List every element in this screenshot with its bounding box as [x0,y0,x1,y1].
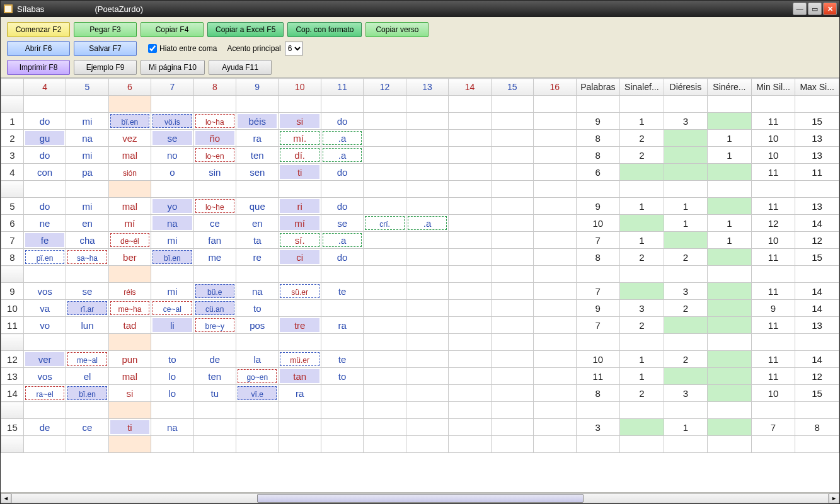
syllable-cell[interactable] [321,402,363,419]
col-header-12[interactable]: 12 [364,79,406,96]
stat-cell[interactable]: 1 [620,198,664,215]
syllable-cell[interactable]: de~él [108,232,151,249]
syllable-cell[interactable]: tan [279,368,321,385]
syllable-cell[interactable]: mi [66,147,108,164]
syllable-cell[interactable] [491,419,533,436]
close-button[interactable]: ✕ [823,3,837,15]
hiato-checkbox[interactable] [148,44,157,53]
syllable-cell[interactable]: bü.e [193,283,236,300]
syllable-cell[interactable] [364,164,406,181]
syllable-cell[interactable]: mal [108,198,151,215]
syllable-cell[interactable]: mi [151,283,193,300]
stat-cell[interactable] [751,436,795,453]
syllable-cell[interactable]: lo~en [193,147,236,164]
syllable-cell[interactable]: ti [279,164,321,181]
syllable-cell[interactable] [491,385,533,402]
stat-cell[interactable] [751,181,795,198]
stat-cell[interactable] [708,181,752,198]
comenzar-button[interactable]: Comenzar F2 [7,22,70,37]
syllable-cell[interactable] [23,334,66,351]
stat-cell[interactable]: 11 [751,249,795,266]
stat-cell[interactable]: 11 [751,351,795,368]
syllable-cell[interactable] [193,436,236,453]
syllable-cell[interactable] [406,436,448,453]
syllable-cell[interactable] [364,198,406,215]
syllable-cell[interactable]: ten [193,368,236,385]
syllable-cell[interactable] [449,300,491,317]
syllable-cell[interactable] [406,334,448,351]
stat-cell[interactable] [795,181,839,198]
row-header[interactable]: 5 [1,198,24,215]
syllable-cell[interactable]: re [236,249,279,266]
syllable-cell[interactable] [449,147,491,164]
syllable-cell[interactable] [406,351,448,368]
syllable-cell[interactable] [449,96,491,113]
syllable-cell[interactable]: mí [108,215,151,232]
stat-cell[interactable]: 8 [576,130,620,147]
stat-cell[interactable] [620,96,664,113]
syllable-cell[interactable] [534,232,576,249]
syllable-cell[interactable] [364,436,406,453]
stat-cell[interactable]: 14 [795,300,839,317]
syllable-cell[interactable] [406,130,448,147]
syllable-cell[interactable] [406,96,448,113]
stat-cell[interactable]: 11 [751,113,795,130]
stat-cell[interactable]: 9 [576,113,620,130]
syllable-cell[interactable] [151,334,193,351]
row-header[interactable]: 9 [1,283,24,300]
stat-cell[interactable] [664,232,708,249]
stat-cell[interactable] [664,130,708,147]
syllable-cell[interactable] [406,147,448,164]
stat-cell[interactable] [576,96,620,113]
syllable-cell[interactable] [491,351,533,368]
syllable-cell[interactable] [279,402,321,419]
syllable-cell[interactable] [279,266,321,283]
stat-cell[interactable] [795,266,839,283]
syllable-cell[interactable]: cü.an [193,300,236,317]
stat-cell[interactable]: 15 [795,113,839,130]
syllable-cell[interactable] [108,96,151,113]
salvar-button[interactable]: Salvar F7 [74,41,137,56]
syllable-cell[interactable]: .a [321,147,363,164]
syllable-cell[interactable] [321,300,363,317]
syllable-cell[interactable] [236,436,279,453]
syllable-cell[interactable] [491,402,533,419]
col-header-4[interactable]: 4 [23,79,66,96]
scroll-right-arrow[interactable]: ► [829,493,839,503]
stat-cell[interactable] [576,436,620,453]
syllable-cell[interactable]: se [321,215,363,232]
syllable-cell[interactable] [364,283,406,300]
syllable-cell[interactable] [23,266,66,283]
row-header[interactable] [1,402,24,419]
syllable-cell[interactable]: sí. [279,232,321,249]
syllable-cell[interactable]: vö.is [151,113,193,130]
stat-cell[interactable] [708,436,752,453]
syllable-cell[interactable]: ra [236,130,279,147]
stat-cell[interactable]: 3 [576,419,620,436]
stat-cell[interactable]: 11 [751,368,795,385]
syllable-cell[interactable]: pun [108,351,151,368]
syllable-cell[interactable] [449,215,491,232]
syllable-cell[interactable]: cha [66,232,108,249]
stat-cell[interactable] [664,181,708,198]
syllable-cell[interactable] [279,436,321,453]
col-header-8[interactable]: 8 [193,79,236,96]
stat-cell[interactable]: 13 [795,198,839,215]
stat-cell[interactable]: 10 [576,351,620,368]
cop-formato-button[interactable]: Cop. con formato [287,22,362,37]
stat-cell[interactable] [620,436,664,453]
syllable-cell[interactable]: de [193,351,236,368]
syllable-cell[interactable]: bre~y [193,317,236,334]
syllable-cell[interactable] [491,300,533,317]
stat-cell[interactable]: 12 [795,368,839,385]
row-header[interactable]: 1 [1,113,24,130]
stat-cell[interactable]: 2 [664,300,708,317]
stat-header-1[interactable]: Sinalef... [620,79,664,96]
stat-cell[interactable] [708,266,752,283]
syllable-cell[interactable] [108,181,151,198]
syllable-cell[interactable] [534,351,576,368]
syllable-cell[interactable]: do [321,198,363,215]
stat-cell[interactable] [795,402,839,419]
syllable-cell[interactable] [534,130,576,147]
syllable-cell[interactable]: ce~al [151,300,193,317]
